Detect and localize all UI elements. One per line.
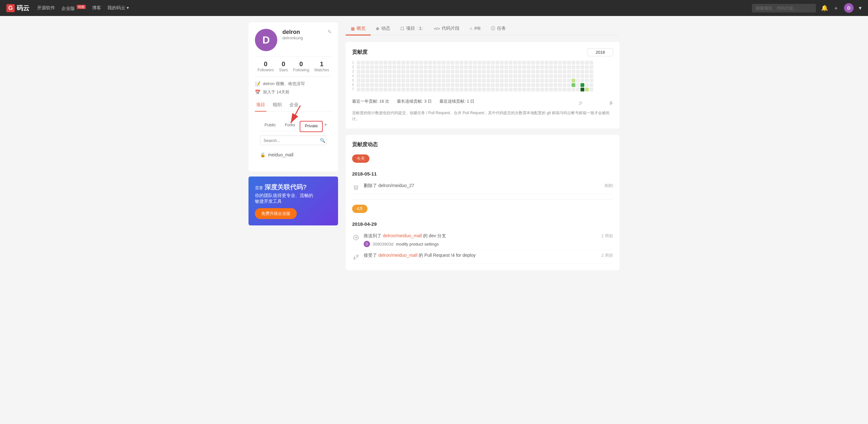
heatmap-cell[interactable] xyxy=(374,79,378,83)
heatmap-cell[interactable] xyxy=(487,83,490,87)
heatmap-cell[interactable] xyxy=(424,88,428,92)
heatmap-cell[interactable] xyxy=(442,88,445,92)
heatmap-cell[interactable] xyxy=(464,83,468,87)
heatmap-cell[interactable] xyxy=(500,83,504,87)
heatmap-cell[interactable] xyxy=(410,88,414,92)
heatmap-cell[interactable] xyxy=(469,70,472,73)
heatmap-cell[interactable] xyxy=(540,83,544,87)
heatmap-cell[interactable] xyxy=(397,83,401,87)
heatmap-cell[interactable] xyxy=(589,88,593,92)
heatmap-cell[interactable] xyxy=(356,61,361,65)
heatmap-cell[interactable] xyxy=(522,65,526,69)
heatmap-cell[interactable] xyxy=(374,70,378,73)
heatmap-cell[interactable] xyxy=(406,83,410,87)
heatmap-cell[interactable] xyxy=(549,70,553,73)
heatmap-cell[interactable] xyxy=(388,61,392,65)
heatmap-cell[interactable] xyxy=(361,70,365,73)
heatmap-cell[interactable] xyxy=(509,79,513,83)
logo[interactable]: G 码云 xyxy=(6,4,29,12)
heatmap-cell[interactable] xyxy=(415,61,418,65)
tab-snippets[interactable]: </> 代码片段 xyxy=(429,22,465,35)
heatmap-cell[interactable] xyxy=(383,65,387,69)
heatmap-cell[interactable] xyxy=(585,61,589,65)
heatmap-cell[interactable] xyxy=(406,61,410,65)
heatmap-cell[interactable] xyxy=(464,70,468,73)
heatmap-cell[interactable] xyxy=(419,88,423,92)
heatmap-cell[interactable] xyxy=(374,74,378,78)
heatmap-cell[interactable] xyxy=(563,70,566,73)
repo-item-meiduo[interactable]: 🔒 meiduo_mall xyxy=(260,150,327,160)
heatmap-cell[interactable] xyxy=(451,83,455,87)
heatmap-cell[interactable] xyxy=(540,74,544,78)
heatmap-cell[interactable] xyxy=(477,79,481,83)
heatmap-cell[interactable] xyxy=(406,65,410,69)
heatmap-cell[interactable] xyxy=(428,88,432,92)
heatmap-cell[interactable] xyxy=(581,74,584,78)
heatmap-cell[interactable] xyxy=(397,65,401,69)
heatmap-cell[interactable] xyxy=(464,74,468,78)
heatmap-cell[interactable] xyxy=(536,70,539,73)
dropdown-arrow-icon[interactable]: ▾ xyxy=(859,4,862,11)
heatmap-cell[interactable] xyxy=(581,83,584,87)
heatmap-cell[interactable] xyxy=(500,79,504,83)
heatmap-cell[interactable] xyxy=(571,88,576,92)
heatmap-cell[interactable] xyxy=(545,74,549,78)
heatmap-cell[interactable] xyxy=(495,88,499,92)
heatmap-cell[interactable] xyxy=(500,70,504,73)
heatmap-cell[interactable] xyxy=(500,61,504,65)
heatmap-cell[interactable] xyxy=(451,74,455,78)
heatmap-cell[interactable] xyxy=(477,70,481,73)
heatmap-cell[interactable] xyxy=(482,61,486,65)
stat-watches[interactable]: 1 Watches xyxy=(314,60,329,72)
heatmap-cell[interactable] xyxy=(473,88,477,92)
heatmap-cell[interactable] xyxy=(487,70,490,73)
heatmap-cell[interactable] xyxy=(356,70,361,73)
heatmap-cell[interactable] xyxy=(513,70,517,73)
heatmap-cell[interactable] xyxy=(482,74,486,78)
heatmap-cell[interactable] xyxy=(491,70,495,73)
heatmap-cell[interactable] xyxy=(460,74,463,78)
heatmap-cell[interactable] xyxy=(397,79,401,83)
heatmap-cell[interactable] xyxy=(428,65,432,69)
heatmap-cell[interactable] xyxy=(567,61,571,65)
heatmap-cell[interactable] xyxy=(536,61,539,65)
heatmap-cell[interactable] xyxy=(401,70,405,73)
heatmap-cell[interactable] xyxy=(513,65,517,69)
heatmap-cell[interactable] xyxy=(388,88,392,92)
heatmap-cell[interactable] xyxy=(406,74,410,78)
heatmap-cell[interactable] xyxy=(540,65,544,69)
heatmap-cell[interactable] xyxy=(477,65,481,69)
heatmap-cell[interactable] xyxy=(482,65,486,69)
heatmap-cell[interactable] xyxy=(446,79,450,83)
heatmap-cell[interactable] xyxy=(549,61,553,65)
heatmap-cell[interactable] xyxy=(549,88,553,92)
heatmap-cell[interactable] xyxy=(393,83,396,87)
heatmap-cell[interactable] xyxy=(401,83,405,87)
heatmap-cell[interactable] xyxy=(527,74,531,78)
heatmap-cell[interactable] xyxy=(460,88,463,92)
heatmap-cell[interactable] xyxy=(437,70,441,73)
heatmap-cell[interactable] xyxy=(415,74,418,78)
heatmap-cell[interactable] xyxy=(397,61,401,65)
heatmap-cell[interactable] xyxy=(585,88,589,92)
heatmap-cell[interactable] xyxy=(383,79,387,83)
heatmap-cell[interactable] xyxy=(536,88,539,92)
heatmap-cell[interactable] xyxy=(442,70,445,73)
heatmap-cell[interactable] xyxy=(366,65,369,69)
heatmap-cell[interactable] xyxy=(571,61,576,65)
heatmap-cell[interactable] xyxy=(531,65,535,69)
heatmap-cell[interactable] xyxy=(549,65,553,69)
heatmap-cell[interactable] xyxy=(455,83,459,87)
heatmap-cell[interactable] xyxy=(383,70,387,73)
heatmap-cell[interactable] xyxy=(437,88,441,92)
heatmap-cell[interactable] xyxy=(473,74,477,78)
heatmap-cell[interactable] xyxy=(518,61,522,65)
heatmap-cell[interactable] xyxy=(487,79,490,83)
heatmap-cell[interactable] xyxy=(554,79,557,83)
heatmap-cell[interactable] xyxy=(410,65,414,69)
heatmap-cell[interactable] xyxy=(361,79,365,83)
heatmap-cell[interactable] xyxy=(446,88,450,92)
heatmap-cell[interactable] xyxy=(428,74,432,78)
heatmap-cell[interactable] xyxy=(433,88,437,92)
heatmap-cell[interactable] xyxy=(397,74,401,78)
